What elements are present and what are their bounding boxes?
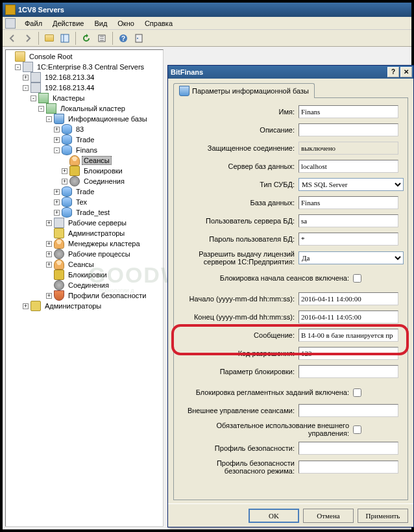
- lbl-dbtype: Тип СУБД:: [178, 181, 298, 188]
- tree-enterprise[interactable]: 1C:Enterprise 8.3 Central Servers: [35, 62, 146, 71]
- cancel-button[interactable]: Отмена: [303, 509, 354, 523]
- dialog-footer: OK Отмена Применить: [168, 503, 413, 527]
- menubar: Файл Действие Вид Окно Справка: [3, 17, 411, 30]
- lbl-blockstart: Блокировка начала сеансов включена:: [178, 274, 353, 282]
- input-desc[interactable]: [298, 123, 398, 136]
- tree-infobases[interactable]: Информационные базы: [66, 114, 149, 123]
- lbl-dbpass: Пароль пользователя БД:: [178, 235, 298, 243]
- tree-db-trade[interactable]: Trade: [74, 135, 96, 144]
- lbl-secprofile: Профиль безопасности:: [178, 444, 298, 452]
- lbl-name: Имя:: [178, 108, 298, 116]
- apply-button[interactable]: Применить: [358, 509, 408, 523]
- refresh-button[interactable]: [79, 31, 93, 45]
- tree-clustermgrs[interactable]: Менеджеры кластера: [66, 239, 142, 248]
- svg-rect-5: [136, 34, 142, 42]
- tree-console-root[interactable]: Console Root: [27, 52, 75, 61]
- tree-server-1[interactable]: 192.168.213.34: [43, 73, 96, 82]
- input-secure: [298, 142, 398, 155]
- tree-sessions2[interactable]: Сеансы: [66, 260, 96, 269]
- key-icon: [30, 301, 41, 311]
- tree-db-tradetest[interactable]: Trade_test: [74, 208, 112, 217]
- input-end[interactable]: [298, 310, 398, 323]
- input-safemode[interactable]: [298, 461, 398, 474]
- lbl-extmgmt: Внешнее управление сеансами:: [178, 407, 298, 414]
- tree-admins[interactable]: Администраторы: [66, 229, 127, 238]
- properties-button[interactable]: [132, 31, 146, 45]
- input-dbuser[interactable]: [298, 214, 398, 227]
- lbl-dbserver: Сервер баз данных:: [178, 162, 298, 170]
- tree-workprocs[interactable]: Рабочие процессы: [66, 249, 132, 259]
- tree-panel: Console Root -1C:Enterprise 8.3 Central …: [5, 49, 164, 527]
- tree-workservers[interactable]: Рабочие серверы: [66, 218, 128, 227]
- db-icon: [62, 134, 72, 145]
- menu-app-icon: [5, 18, 16, 29]
- help-button[interactable]: ?: [387, 67, 399, 77]
- gear-icon: [54, 249, 64, 259]
- menu-file[interactable]: Файл: [19, 18, 47, 29]
- select-dbtype[interactable]: MS SQL Server: [298, 178, 404, 191]
- properties-dialog: BitFinans ? ✕ Параметры информационной б…: [167, 65, 414, 527]
- expander-icon[interactable]: -: [15, 64, 21, 70]
- shield-icon: [54, 290, 64, 301]
- folder-icon: [15, 51, 25, 62]
- lbl-start: Начало (yyyy-mm-dd hh:mm:ss):: [178, 295, 298, 303]
- input-extmgmt[interactable]: [298, 404, 398, 417]
- tab-infobase-params[interactable]: Параметры информационной базы: [173, 83, 315, 98]
- tree-connections[interactable]: Соединения: [82, 177, 127, 186]
- lbl-reqextmgmt: Обязательное использование внешнего упра…: [178, 422, 353, 437]
- tree-db-83[interactable]: 83: [74, 125, 86, 134]
- user-icon: [54, 238, 64, 249]
- help-button[interactable]: ?: [116, 31, 130, 45]
- tree-secprofiles[interactable]: Профили безопасности: [66, 291, 149, 300]
- input-start[interactable]: [298, 292, 398, 305]
- input-secprofile[interactable]: [298, 442, 398, 455]
- input-blockparam[interactable]: [298, 365, 398, 378]
- connection-icon: [69, 176, 80, 186]
- menu-help[interactable]: Справка: [140, 18, 178, 29]
- workserver-icon: [54, 218, 64, 228]
- checkbox-blocksched[interactable]: [353, 388, 361, 397]
- checkbox-blockstart[interactable]: [353, 274, 361, 283]
- db-icon: [62, 197, 72, 207]
- lbl-end: Конец (yyyy-mm-dd hh:mm:ss):: [178, 313, 298, 321]
- db-icon: [62, 207, 72, 218]
- input-name[interactable]: [298, 105, 398, 118]
- ok-button[interactable]: OK: [249, 509, 299, 523]
- tree-connections2[interactable]: Соединения: [66, 281, 111, 290]
- svg-text:?: ?: [121, 35, 125, 42]
- input-permitcode[interactable]: [298, 347, 398, 360]
- tree-db-trade2[interactable]: Trade: [74, 187, 96, 196]
- svg-rect-0: [61, 34, 69, 42]
- input-dbname[interactable]: [298, 196, 398, 209]
- tree-blocks2[interactable]: Блокировки: [66, 270, 109, 279]
- titlebar: 1CV8 Servers: [3, 3, 411, 17]
- tree-db-finans[interactable]: Finans: [74, 146, 99, 155]
- tree-admins2[interactable]: Администраторы: [43, 301, 103, 310]
- tree-clusters[interactable]: Кластеры: [51, 94, 87, 103]
- input-message[interactable]: [298, 329, 398, 342]
- tree-local-cluster[interactable]: Локальный кластер: [58, 104, 127, 113]
- input-dbserver[interactable]: [298, 160, 398, 173]
- select-license[interactable]: Да: [298, 251, 404, 264]
- checkbox-reqextmgmt[interactable]: [353, 425, 361, 434]
- menu-window[interactable]: Окно: [112, 18, 140, 29]
- tree-server-2[interactable]: 192.168.213.44: [43, 83, 96, 92]
- close-button[interactable]: ✕: [400, 67, 412, 77]
- nav-forward-button[interactable]: [21, 31, 35, 45]
- export-button[interactable]: [95, 31, 109, 45]
- lock-icon: [54, 270, 64, 280]
- input-dbpass[interactable]: [298, 233, 398, 246]
- user-icon: [69, 155, 80, 166]
- server-icon: [30, 72, 41, 82]
- menu-view[interactable]: Вид: [89, 18, 112, 29]
- show-tree-button[interactable]: [58, 31, 72, 45]
- menu-action[interactable]: Действие: [47, 18, 89, 29]
- tree-blocks[interactable]: Блокировки: [82, 166, 125, 175]
- toolbar: ?: [3, 30, 411, 47]
- server-icon: [23, 62, 33, 72]
- tree-db-tex[interactable]: Tex: [74, 197, 89, 207]
- database-icon: [54, 114, 64, 124]
- up-level-button[interactable]: [42, 31, 56, 45]
- nav-back-button[interactable]: [5, 31, 19, 45]
- tree-sessions[interactable]: Сеансы: [82, 156, 112, 165]
